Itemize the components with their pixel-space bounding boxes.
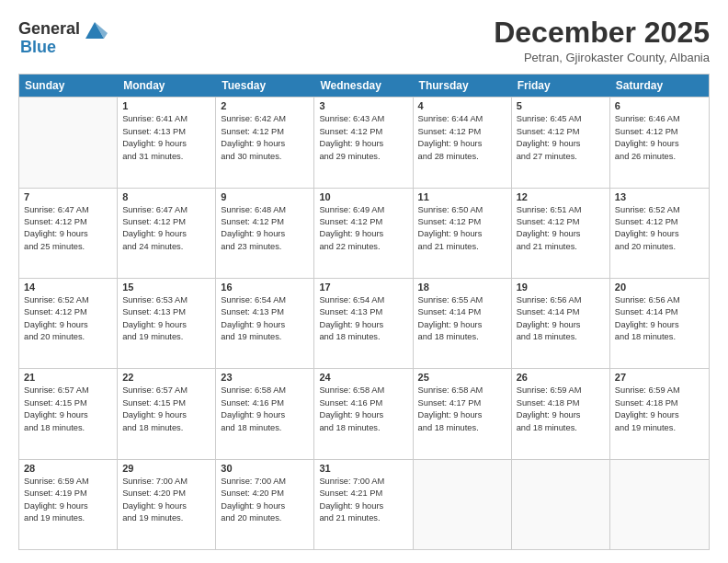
day-number: 16 [221,282,309,293]
empty-cell [610,460,709,549]
day-number: 14 [24,282,112,293]
calendar-day-cell: 3Sunrise: 6:43 AM Sunset: 4:12 PM Daylig… [314,98,413,187]
empty-cell [512,460,610,549]
day-info: Sunrise: 6:47 AM Sunset: 4:12 PM Dayligh… [24,204,112,254]
calendar-day-cell: 10Sunrise: 6:49 AM Sunset: 4:12 PM Dayli… [314,189,413,278]
day-number: 3 [319,100,407,111]
calendar-day-cell: 29Sunrise: 7:00 AM Sunset: 4:20 PM Dayli… [118,460,216,549]
calendar-day-cell: 6Sunrise: 6:46 AM Sunset: 4:12 PM Daylig… [610,98,709,187]
day-number: 11 [418,191,506,202]
day-info: Sunrise: 6:58 AM Sunset: 4:17 PM Dayligh… [418,385,506,434]
day-number: 9 [221,191,309,202]
day-number: 25 [418,372,506,383]
day-info: Sunrise: 6:54 AM Sunset: 4:13 PM Dayligh… [319,294,407,344]
day-number: 12 [517,191,605,202]
day-number: 19 [517,282,605,293]
calendar-day-cell: 15Sunrise: 6:53 AM Sunset: 4:13 PM Dayli… [118,279,216,368]
day-number: 27 [615,372,704,383]
day-info: Sunrise: 6:42 AM Sunset: 4:12 PM Dayligh… [221,113,309,163]
day-number: 6 [615,100,704,111]
calendar-day-cell: 9Sunrise: 6:48 AM Sunset: 4:12 PM Daylig… [216,189,314,278]
weekday-header: Saturday [610,75,709,97]
header: General Blue December 2025 Petran, Gjiro… [18,17,710,64]
calendar-day-cell: 17Sunrise: 6:54 AM Sunset: 4:13 PM Dayli… [314,279,413,368]
day-info: Sunrise: 6:55 AM Sunset: 4:14 PM Dayligh… [418,294,506,344]
calendar-day-cell: 8Sunrise: 6:47 AM Sunset: 4:12 PM Daylig… [118,189,216,278]
calendar-day-cell: 16Sunrise: 6:54 AM Sunset: 4:13 PM Dayli… [216,279,314,368]
day-number: 10 [319,191,407,202]
weekday-header: Thursday [414,75,512,97]
calendar-day-cell: 26Sunrise: 6:59 AM Sunset: 4:18 PM Dayli… [512,369,610,458]
day-number: 13 [615,191,704,202]
day-info: Sunrise: 6:50 AM Sunset: 4:12 PM Dayligh… [418,204,506,254]
empty-cell [19,98,118,187]
day-number: 20 [615,282,704,293]
day-info: Sunrise: 6:57 AM Sunset: 4:15 PM Dayligh… [122,385,210,434]
calendar-day-cell: 30Sunrise: 7:00 AM Sunset: 4:20 PM Dayli… [216,460,314,549]
logo: General Blue [18,17,108,57]
calendar-day-cell: 12Sunrise: 6:51 AM Sunset: 4:12 PM Dayli… [512,189,610,278]
weekday-header: Sunday [19,75,118,97]
day-info: Sunrise: 6:52 AM Sunset: 4:12 PM Dayligh… [615,204,704,254]
calendar-day-cell: 19Sunrise: 6:56 AM Sunset: 4:14 PM Dayli… [512,279,610,368]
calendar-row: 1Sunrise: 6:41 AM Sunset: 4:13 PM Daylig… [19,97,709,187]
calendar-day-cell: 13Sunrise: 6:52 AM Sunset: 4:12 PM Dayli… [610,189,709,278]
page: General Blue December 2025 Petran, Gjiro… [0,0,728,563]
calendar-day-cell: 23Sunrise: 6:58 AM Sunset: 4:16 PM Dayli… [216,369,314,458]
month-title: December 2025 [494,17,710,49]
day-number: 26 [517,372,605,383]
day-info: Sunrise: 6:52 AM Sunset: 4:12 PM Dayligh… [24,294,112,344]
day-info: Sunrise: 7:00 AM Sunset: 4:21 PM Dayligh… [319,476,407,525]
day-info: Sunrise: 6:43 AM Sunset: 4:12 PM Dayligh… [319,113,407,163]
day-info: Sunrise: 6:49 AM Sunset: 4:12 PM Dayligh… [319,204,407,254]
weekday-header: Monday [118,75,216,97]
day-info: Sunrise: 6:58 AM Sunset: 4:16 PM Dayligh… [221,385,309,434]
day-number: 29 [122,463,210,474]
calendar-row: 7Sunrise: 6:47 AM Sunset: 4:12 PM Daylig… [19,188,709,278]
day-number: 24 [319,372,407,383]
calendar: SundayMondayTuesdayWednesdayThursdayFrid… [18,74,710,550]
calendar-day-cell: 2Sunrise: 6:42 AM Sunset: 4:12 PM Daylig… [216,98,314,187]
calendar-day-cell: 5Sunrise: 6:45 AM Sunset: 4:12 PM Daylig… [512,98,610,187]
day-number: 17 [319,282,407,293]
weekday-header: Tuesday [216,75,314,97]
day-number: 28 [24,463,112,474]
calendar-day-cell: 25Sunrise: 6:58 AM Sunset: 4:17 PM Dayli… [414,369,512,458]
day-info: Sunrise: 6:56 AM Sunset: 4:14 PM Dayligh… [517,294,605,344]
day-number: 8 [122,191,210,202]
day-number: 4 [418,100,506,111]
calendar-row: 28Sunrise: 6:59 AM Sunset: 4:19 PM Dayli… [19,459,709,549]
day-info: Sunrise: 6:47 AM Sunset: 4:12 PM Dayligh… [122,204,210,254]
day-info: Sunrise: 6:51 AM Sunset: 4:12 PM Dayligh… [517,204,605,254]
day-info: Sunrise: 6:53 AM Sunset: 4:13 PM Dayligh… [122,294,210,344]
day-number: 23 [221,372,309,383]
day-info: Sunrise: 7:00 AM Sunset: 4:20 PM Dayligh… [122,476,210,525]
calendar-day-cell: 31Sunrise: 7:00 AM Sunset: 4:21 PM Dayli… [314,460,413,549]
calendar-day-cell: 4Sunrise: 6:44 AM Sunset: 4:12 PM Daylig… [414,98,512,187]
logo-general-text: General [18,20,80,39]
day-info: Sunrise: 7:00 AM Sunset: 4:20 PM Dayligh… [221,476,309,525]
calendar-day-cell: 21Sunrise: 6:57 AM Sunset: 4:15 PM Dayli… [19,369,118,458]
calendar-day-cell: 7Sunrise: 6:47 AM Sunset: 4:12 PM Daylig… [19,189,118,278]
day-number: 15 [122,282,210,293]
day-number: 2 [221,100,309,111]
day-number: 21 [24,372,112,383]
weekday-header: Friday [512,75,610,97]
calendar-day-cell: 11Sunrise: 6:50 AM Sunset: 4:12 PM Dayli… [414,189,512,278]
day-info: Sunrise: 6:59 AM Sunset: 4:19 PM Dayligh… [24,476,112,525]
logo-blue-text: Blue [20,39,56,57]
calendar-row: 14Sunrise: 6:52 AM Sunset: 4:12 PM Dayli… [19,278,709,368]
day-number: 18 [418,282,506,293]
day-number: 31 [319,463,407,474]
calendar-day-cell: 27Sunrise: 6:59 AM Sunset: 4:18 PM Dayli… [610,369,709,458]
day-info: Sunrise: 6:44 AM Sunset: 4:12 PM Dayligh… [418,113,506,163]
day-info: Sunrise: 6:41 AM Sunset: 4:13 PM Dayligh… [122,113,210,163]
day-number: 22 [122,372,210,383]
calendar-day-cell: 18Sunrise: 6:55 AM Sunset: 4:14 PM Dayli… [414,279,512,368]
logo-icon [82,17,108,42]
day-info: Sunrise: 6:58 AM Sunset: 4:16 PM Dayligh… [319,385,407,434]
day-number: 5 [517,100,605,111]
day-info: Sunrise: 6:54 AM Sunset: 4:13 PM Dayligh… [221,294,309,344]
calendar-row: 21Sunrise: 6:57 AM Sunset: 4:15 PM Dayli… [19,368,709,458]
day-info: Sunrise: 6:59 AM Sunset: 4:18 PM Dayligh… [517,385,605,434]
